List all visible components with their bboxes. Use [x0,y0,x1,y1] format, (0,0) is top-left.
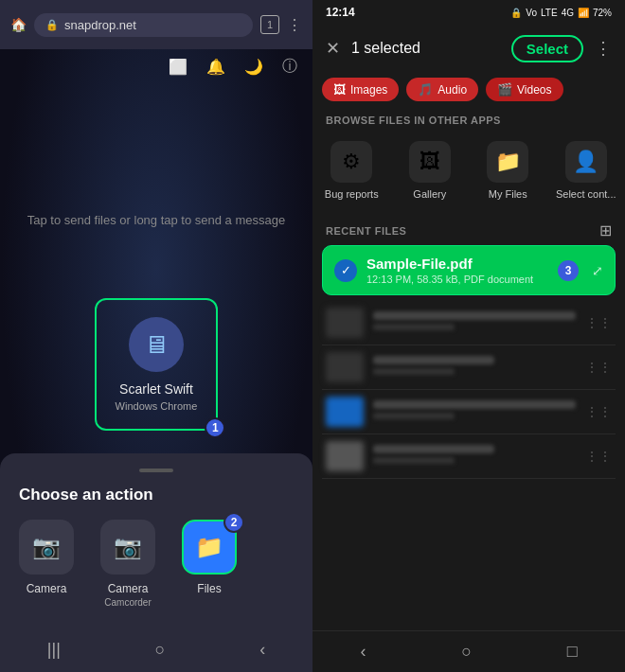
app-bug-reports[interactable]: ⚙ Bug reports [312,135,391,206]
blur-line-8 [373,457,455,464]
app-grid: ⚙ Bug reports 🖼 Gallery 📁 My Files 👤 Sel… [312,132,625,216]
sheet-actions: 📷 Camera 📷 Camera Camcorder 📁 Files 2 [19,520,294,608]
nav-recent-icon[interactable]: ||| [47,640,61,660]
browser-actions: ⬜ 🔔 🌙 ⓘ [0,49,312,84]
camcorder-label: Camera [108,582,149,595]
lock-icon: 🔒 [45,19,59,31]
wifi-icon: Vo [526,8,537,18]
signal2-icon: 4G [562,8,574,18]
device-icon: 🖥 [129,317,184,372]
wifi2-icon: 📶 [578,8,589,18]
blur-line-2 [373,324,455,330]
menu-dots[interactable]: ⋮ [287,16,303,34]
action-camcorder[interactable]: 📷 Camera Camcorder [100,520,155,608]
nav-home-icon[interactable]: ○ [155,640,166,660]
select-button[interactable]: Select [511,35,583,62]
thumb-3 [326,397,364,427]
recent-files-header: RECENT FILES ⊞ [312,216,625,245]
select-contact-label: Select cont... [556,187,616,201]
camera-icon-box: 📷 [19,520,74,575]
browse-section-label: BROWSE FILES IN OTHER APPS [312,107,625,132]
tab-audio[interactable]: 🎵 Audio [406,78,478,101]
tab-images[interactable]: 🖼 Images [322,78,399,101]
gallery-icon: 🖼 [409,141,451,183]
battery-icon: 72% [593,8,612,18]
app-select-contact[interactable]: 👤 Select cont... [547,135,626,206]
signal-icon: LTE [541,8,558,18]
url-bar[interactable]: 🔒 snapdrop.net [34,13,253,37]
blur-content-4 [373,445,576,468]
nav-bar-left: ||| ○ ‹ [0,627,312,672]
expand-icon[interactable]: ⤢ [592,263,603,278]
file-name: Sample-File.pdf [366,256,548,272]
tab-images-label: Images [350,83,387,97]
device-name: Scarlet Swift [119,381,193,397]
tab-count[interactable]: 1 [260,15,279,34]
bug-reports-icon: ⚙ [330,141,372,183]
blurred-row-2: ⋮⋮ [322,345,616,390]
blur-content-2 [373,356,576,379]
blur-content-3 [373,400,576,423]
sheet-handle [139,469,173,472]
home-icon[interactable]: 🏠 [9,16,27,33]
grid-view-icon[interactable]: ⊞ [599,221,612,239]
blur-line-7 [373,445,494,453]
action-files[interactable]: 📁 Files 2 [182,520,237,595]
thumb-2 [326,352,364,382]
gallery-label: Gallery [413,187,446,201]
nav-back-icon[interactable]: ‹ [259,640,265,660]
step-badge-3: 3 [558,260,579,281]
blur-content-1 [373,311,576,334]
device-sub: Windows Chrome [116,400,198,412]
blur-line-5 [373,400,576,409]
moon-icon[interactable]: 🌙 [244,58,263,76]
blurred-row-1: ⋮⋮ [322,301,616,345]
close-button[interactable]: ✕ [322,34,344,62]
device-card-container: 🖥 Scarlet Swift Windows Chrome 1 [0,298,312,431]
thumb-4 [326,441,364,471]
status-time: 12:14 [326,6,355,19]
camcorder-icon-box: 📷 [100,520,155,575]
row-dots-1: ⋮⋮ [585,315,612,330]
row-dots-3: ⋮⋮ [585,404,612,419]
action-camera[interactable]: 📷 Camera [19,520,74,595]
app-my-files[interactable]: 📁 My Files [469,135,547,206]
blurred-row-3: ⋮⋮ [322,390,616,434]
recent-label: RECENT FILES [326,225,406,237]
camcorder-sub: Camcorder [104,597,151,608]
blur-line-1 [373,311,576,320]
my-files-label: My Files [489,187,527,201]
selected-count: 1 selected [351,40,504,57]
file-meta: 12:13 PM, 58.35 kB, PDF document [366,274,548,285]
more-button[interactable]: ⋮ [591,34,616,62]
blur-line-4 [373,368,455,375]
audio-icon: 🎵 [418,82,433,97]
status-bar: 12:14 🔒 Vo LTE 4G 📶 72% [312,0,625,25]
device-card[interactable]: 🖥 Scarlet Swift Windows Chrome 1 [95,298,219,431]
camera-label: Camera [27,582,67,595]
cast-icon[interactable]: ⬜ [169,58,188,76]
nav-home-right[interactable]: ○ [461,642,472,662]
nav-recent-right[interactable]: □ [567,642,578,662]
tab-videos-label: Videos [517,83,551,97]
left-panel: 🏠 🔒 snapdrop.net 1 ⋮ ⬜ 🔔 🌙 ⓘ Tap to send… [0,0,312,672]
videos-icon: 🎬 [497,82,512,97]
top-bar: ✕ 1 selected Select ⋮ [312,25,625,72]
tab-videos[interactable]: 🎬 Videos [486,78,562,101]
file-check-icon: ✓ [334,259,357,282]
bell-icon[interactable]: 🔔 [206,58,225,76]
app-gallery[interactable]: 🖼 Gallery [391,135,470,206]
blur-line-3 [373,356,494,364]
bug-reports-label: Bug reports [325,187,379,201]
selected-file-item[interactable]: ✓ Sample-File.pdf 12:13 PM, 58.35 kB, PD… [322,245,616,295]
browser-bar: 🏠 🔒 snapdrop.net 1 ⋮ [0,0,312,49]
images-icon: 🖼 [333,82,346,97]
nav-back-right[interactable]: ‹ [360,642,366,662]
blurred-row-4: ⋮⋮ [322,434,616,479]
sheet-title: Choose an action [19,486,294,504]
file-info: Sample-File.pdf 12:13 PM, 58.35 kB, PDF … [366,256,548,285]
tab-audio-label: Audio [438,83,467,97]
url-text: snapdrop.net [64,18,136,32]
thumb-1 [326,308,364,338]
info-icon[interactable]: ⓘ [282,57,297,77]
